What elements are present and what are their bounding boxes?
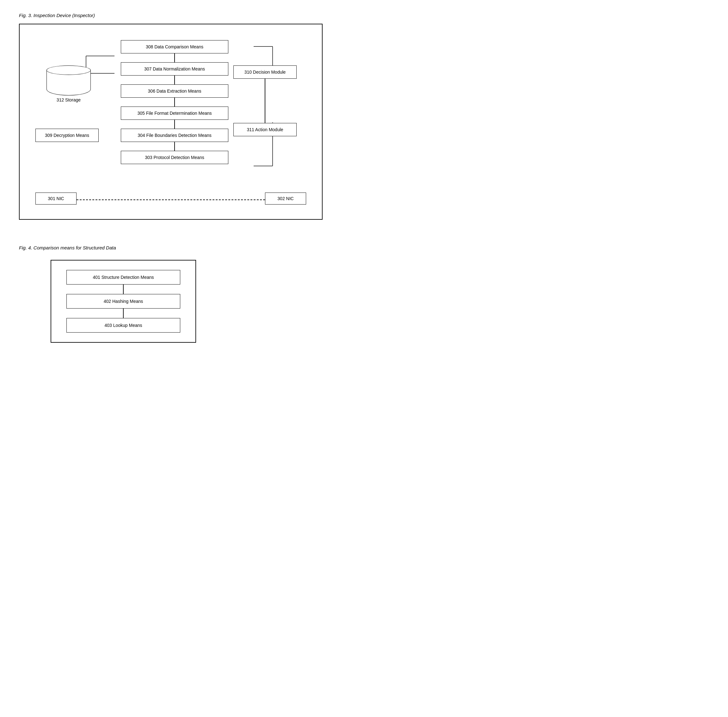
data-extraction-box: 306 Data Extraction Means <box>121 84 228 98</box>
nic-right-box: 302 NIC <box>265 192 306 204</box>
hashing-box: 402 Hashing Means <box>66 294 180 308</box>
connector-4 <box>174 120 175 129</box>
action-module-box: 311 Action Module <box>234 123 297 136</box>
data-normalization-box: 307 Data Normalization Means <box>121 62 228 76</box>
file-boundaries-box: 304 File Boundaries Detection Means <box>121 129 228 142</box>
fig4-title: Fig. 4. Comparison means for Structured … <box>19 245 709 250</box>
right-connector <box>265 79 266 123</box>
fig3-inner: 312 Storage 309 Decryption Means 308 Dat… <box>26 31 316 211</box>
connector-5 <box>174 142 175 151</box>
storage-component: 312 Storage <box>45 66 92 102</box>
connector-2 <box>174 76 175 84</box>
protocol-detection-box: 303 Protocol Detection Means <box>121 151 228 164</box>
lookup-box: 403 Lookup Means <box>66 318 180 333</box>
decryption-box: 309 Decryption Means <box>35 129 99 142</box>
cylinder-top <box>46 66 91 75</box>
storage-label: 312 Storage <box>45 98 92 102</box>
data-comparison-box: 308 Data Comparison Means <box>121 40 228 53</box>
file-format-box: 305 File Format Determination Means <box>121 107 228 120</box>
cylinder <box>46 66 91 96</box>
fig4-connector-1 <box>123 285 124 294</box>
nic-left-box: 301 NIC <box>35 192 76 204</box>
right-column: 310 Decision Module 311 Action Module <box>234 66 297 136</box>
fig4-diagram: 401 Structure Detection Means 402 Hashin… <box>50 260 196 343</box>
fig3-diagram: 312 Storage 309 Decryption Means 308 Dat… <box>19 24 322 220</box>
nic-dashed-line <box>76 200 265 200</box>
structure-detection-box: 401 Structure Detection Means <box>66 270 180 285</box>
fig4-connector-2 <box>123 308 124 318</box>
connector-1 <box>174 53 175 62</box>
connector-3 <box>174 98 175 107</box>
fig3-title: Fig. 3. Inspection Device (Inspector) <box>19 13 709 18</box>
center-column: 308 Data Comparison Means 307 Data Norma… <box>121 40 228 164</box>
decision-module-box: 310 Decision Module <box>234 66 297 79</box>
